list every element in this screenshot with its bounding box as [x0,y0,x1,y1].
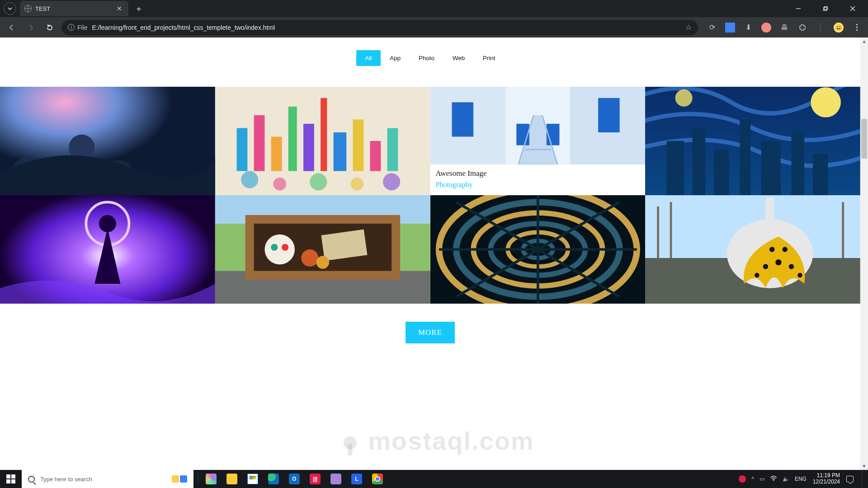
taskbar-app-microsoft-365[interactable] [326,470,346,488]
svg-rect-25 [452,102,473,136]
address-bar[interactable]: i File E:/learning/front_end_projects/ht… [61,20,698,35]
portfolio-gallery: Awesome ImagePhotography [0,87,860,304]
svg-point-73 [776,259,782,265]
forward-button[interactable] [24,20,38,35]
tray-battery-icon[interactable]: ▭ [760,476,764,482]
new-tab-button[interactable]: ＋ [128,3,149,14]
svg-point-83 [773,480,774,481]
back-button[interactable] [5,20,19,35]
svg-point-53 [264,235,295,265]
window-minimize-button[interactable] [791,2,806,15]
tab-search-button[interactable] [4,2,16,15]
printer-icon[interactable]: 🖶 [779,23,789,33]
tray-status-icon[interactable] [739,475,746,483]
tab-active[interactable]: TEST ✕ [20,1,128,16]
svg-rect-42 [761,141,781,195]
svg-point-77 [798,273,802,277]
tile-fantasy-rose-domes[interactable] [0,87,215,195]
svg-rect-39 [693,128,706,195]
tile-spiral-architecture[interactable] [430,195,646,304]
svg-point-47 [99,215,116,232]
taskbar-app-linkedin[interactable]: L [347,470,367,488]
download-icon[interactable]: ⬇ [743,23,753,33]
tray-chevron-up-icon[interactable]: ^ [751,476,754,482]
tray-wifi-icon[interactable] [770,476,777,483]
svg-point-22 [350,178,363,191]
svg-point-21 [310,173,327,190]
svg-point-74 [763,264,768,269]
svg-rect-26 [598,98,620,132]
taskbar-app-outlook[interactable]: O [284,470,304,488]
svg-rect-12 [288,107,297,171]
tile-kusama-pumpkin[interactable] [645,195,860,304]
filter-print[interactable]: Print [474,50,504,66]
info-icon: i [68,24,75,31]
search-icon [28,476,35,483]
extensions-reload-icon[interactable]: ⟳ [707,23,717,33]
bookmark-star-icon[interactable]: ☆ [685,23,692,32]
adblock-icon[interactable] [761,23,771,33]
svg-point-79 [783,247,788,252]
tile-caption: Awesome ImagePhotography [430,164,646,195]
taskbar-app-todo[interactable]: ||| [305,470,325,488]
window-close-button[interactable] [845,2,860,15]
tab-title: TEST [35,5,111,12]
svg-point-36 [811,87,841,117]
svg-rect-38 [667,141,684,195]
tile-starry-night-city[interactable] [645,87,860,195]
more-button[interactable]: MORE [406,322,455,343]
tile-watercolor-skyline[interactable] [215,87,430,195]
google-translate-icon[interactable] [725,23,735,33]
extensions-puzzle-icon[interactable] [797,23,807,33]
svg-rect-11 [271,136,282,171]
svg-rect-43 [792,132,805,195]
close-tab-icon[interactable]: ✕ [115,4,124,13]
start-button[interactable] [0,470,22,488]
tray-volume-icon[interactable]: 🔈 [783,476,789,482]
globe-icon [24,5,32,12]
taskbar-app-file-explorer[interactable] [222,470,242,488]
svg-rect-72 [766,198,774,220]
browser-toolbar: i File E:/learning/front_end_projects/ht… [0,17,868,38]
svg-rect-15 [333,132,346,171]
svg-point-76 [755,273,759,277]
svg-rect-2 [825,7,828,10]
filter-app[interactable]: App [381,50,410,66]
svg-point-37 [675,89,693,107]
svg-rect-13 [303,124,314,171]
filter-web[interactable]: Web [443,50,474,66]
scrollbar-thumb[interactable] [861,119,867,159]
taskbar-app-copilot[interactable] [201,470,221,488]
system-tray: ^ ▭ 🔈 ENG 11:19 PM 12/21/2024 [735,470,868,488]
tray-language[interactable]: ENG [795,476,807,482]
reload-button[interactable] [42,20,57,35]
file-origin-badge: i File [68,24,88,31]
scrollbar-track[interactable] [860,38,868,470]
scroll-up-button[interactable]: ▲ [860,38,868,45]
tab-strip: TEST ✕ ＋ [0,0,868,17]
taskbar-search[interactable]: Type here to search [22,470,193,488]
page-viewport: AllAppPhotoWebPrint A [0,38,868,470]
filter-all[interactable]: All [356,50,381,66]
tile-greek-alley[interactable]: Awesome ImagePhotography [430,87,646,195]
svg-point-54 [271,244,278,251]
tile-container-skull[interactable] [215,195,430,304]
tile-neon-figure[interactable] [0,195,215,304]
tray-date: 12/21/2024 [813,479,840,485]
svg-rect-44 [813,154,828,195]
svg-point-55 [282,244,288,251]
filter-photo[interactable]: Photo [410,50,443,66]
scroll-down-button[interactable]: ▼ [860,462,868,470]
profile-avatar[interactable]: 😄 [834,23,844,33]
taskbar-app-chrome[interactable] [368,470,387,488]
page-content: AllAppPhotoWebPrint A [0,38,860,470]
kebab-menu-icon[interactable] [852,23,862,33]
taskbar-app-edge[interactable] [264,470,283,488]
url-text: E:/learning/front_end_projects/html_css_… [92,24,681,31]
tray-notifications-icon[interactable] [846,476,854,482]
taskbar-app-microsoft-store[interactable] [243,470,263,488]
window-restore-button[interactable] [818,2,833,15]
caption-category: Photography [436,181,640,189]
show-desktop-button[interactable] [862,470,864,488]
tray-clock[interactable]: 11:19 PM 12/21/2024 [812,473,841,485]
